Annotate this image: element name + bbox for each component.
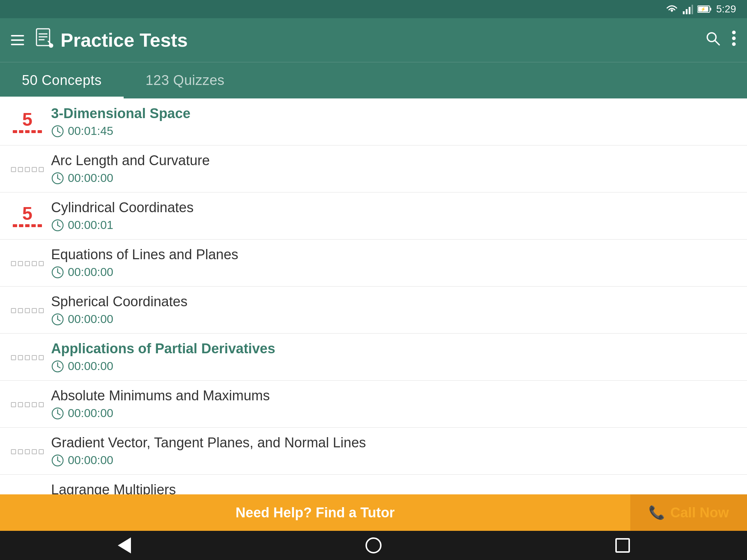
item-time: 00:01:45: [51, 124, 736, 138]
home-icon: [365, 537, 382, 553]
nav-back-button[interactable]: [113, 534, 135, 556]
tabs-bar: 50 Concepts 123 Quizzes: [0, 62, 747, 98]
list-item[interactable]: Applications of Partial Derivatives 00:0…: [0, 334, 747, 381]
battery-icon: ⚡: [697, 5, 712, 13]
score-badge: [11, 401, 44, 407]
clock-icon: [51, 266, 64, 279]
clock-icon: [51, 454, 64, 467]
clock-icon: [51, 313, 64, 326]
bottom-nav: [0, 531, 747, 560]
svg-line-14: [715, 40, 719, 45]
app-title: Practice Tests: [61, 29, 697, 51]
score-badge: [11, 260, 44, 266]
item-title: Spherical Coordinates: [51, 294, 736, 310]
list-item[interactable]: 53-Dimensional Space 00:01:45: [0, 98, 747, 145]
item-info: Gradient Vector, Tangent Planes, and Nor…: [51, 435, 736, 467]
item-time: 00:00:00: [51, 407, 736, 420]
signal-icon: [683, 4, 693, 14]
svg-point-17: [732, 42, 736, 46]
clock-icon: [51, 219, 64, 232]
tab-quizzes[interactable]: 123 Quizzes: [124, 62, 247, 98]
back-icon: [118, 537, 131, 553]
call-now-label: Call Now: [670, 505, 729, 521]
item-info: Absolute Minimums and Maximums 00:00:00: [51, 388, 736, 420]
tutor-banner[interactable]: Need Help? Find a Tutor: [0, 494, 630, 531]
svg-point-12: [49, 43, 53, 48]
time-text: 00:00:00: [68, 265, 113, 279]
item-title: Equations of Lines and Planes: [51, 247, 736, 262]
time-text: 00:00:01: [68, 218, 113, 232]
score-badge: [11, 448, 44, 454]
clock-icon: [51, 125, 64, 138]
menu-button[interactable]: [11, 35, 24, 45]
svg-rect-1: [686, 9, 688, 14]
item-info: Applications of Partial Derivatives 00:0…: [51, 341, 736, 373]
time-text: 00:00:00: [68, 407, 113, 420]
svg-rect-0: [683, 11, 685, 14]
list-item[interactable]: Spherical Coordinates 00:00:00: [0, 287, 747, 334]
svg-line-20: [58, 131, 60, 133]
item-time: 00:00:00: [51, 171, 736, 185]
item-info: Spherical Coordinates 00:00:00: [51, 294, 736, 326]
item-info: Arc Length and Curvature 00:00:00: [51, 153, 736, 185]
list-item[interactable]: Absolute Minimums and Maximums 00:00:00: [0, 381, 747, 428]
item-title: 3-Dimensional Space: [51, 106, 736, 121]
score-badge: [11, 166, 44, 172]
svg-line-35: [58, 366, 60, 368]
doc-icon: [35, 28, 53, 52]
wifi-icon: [665, 4, 678, 14]
score-badge: 5: [11, 110, 44, 133]
item-time: 00:00:00: [51, 454, 736, 467]
item-time: 00:00:00: [51, 312, 736, 326]
svg-point-15: [732, 31, 736, 34]
call-now-button[interactable]: 📞 Call Now: [630, 494, 747, 531]
nav-home-button[interactable]: [363, 534, 384, 556]
svg-text:⚡: ⚡: [701, 7, 706, 12]
svg-point-16: [732, 36, 736, 40]
time-text: 00:00:00: [68, 171, 113, 185]
svg-line-32: [58, 319, 60, 321]
time-text: 00:00:00: [68, 454, 113, 467]
item-info: Equations of Lines and Planes 00:00:00: [51, 247, 736, 279]
clock-icon: [51, 360, 64, 373]
nav-recent-button[interactable]: [612, 534, 634, 556]
clock-icon: [51, 172, 64, 185]
svg-rect-2: [689, 7, 690, 14]
score-badge: [11, 307, 44, 313]
svg-line-41: [58, 460, 60, 462]
item-title: Arc Length and Curvature: [51, 153, 736, 168]
item-title: Absolute Minimums and Maximums: [51, 388, 736, 404]
list-item[interactable]: Gradient Vector, Tangent Planes, and Nor…: [0, 428, 747, 475]
score-number: 5: [22, 110, 32, 129]
score-number: 5: [22, 205, 32, 223]
clock-icon: [51, 407, 64, 420]
svg-line-23: [58, 178, 60, 180]
svg-rect-3: [692, 5, 693, 14]
content-list: 53-Dimensional Space 00:01:45Arc Length …: [0, 98, 747, 522]
tab-concepts[interactable]: 50 Concepts: [0, 62, 124, 98]
status-time: 5:29: [716, 3, 736, 15]
item-info: 3-Dimensional Space 00:01:45: [51, 106, 736, 138]
svg-line-29: [58, 272, 60, 274]
list-item[interactable]: Equations of Lines and Planes 00:00:00: [0, 240, 747, 287]
score-badge: 5: [11, 205, 44, 227]
svg-line-38: [58, 413, 60, 415]
top-actions: [705, 30, 736, 50]
phone-icon: 📞: [649, 505, 665, 520]
svg-rect-5: [710, 8, 711, 11]
item-title: Gradient Vector, Tangent Planes, and Nor…: [51, 435, 736, 451]
item-time: 00:00:00: [51, 265, 736, 279]
time-text: 00:01:45: [68, 124, 113, 138]
list-item[interactable]: 5Cylindrical Coordinates 00:00:01: [0, 192, 747, 240]
list-item[interactable]: Arc Length and Curvature 00:00:00: [0, 145, 747, 192]
time-text: 00:00:00: [68, 359, 113, 373]
more-options-button[interactable]: [732, 30, 736, 50]
status-bar: ⚡ 5:29: [0, 0, 747, 18]
bottom-banner: Need Help? Find a Tutor 📞 Call Now: [0, 494, 747, 531]
status-icons: ⚡ 5:29: [665, 3, 736, 15]
banner-text: Need Help? Find a Tutor: [236, 505, 395, 521]
item-info: Cylindrical Coordinates 00:00:01: [51, 200, 736, 232]
search-button[interactable]: [705, 30, 721, 50]
item-title: Applications of Partial Derivatives: [51, 341, 736, 357]
item-time: 00:00:00: [51, 359, 736, 373]
